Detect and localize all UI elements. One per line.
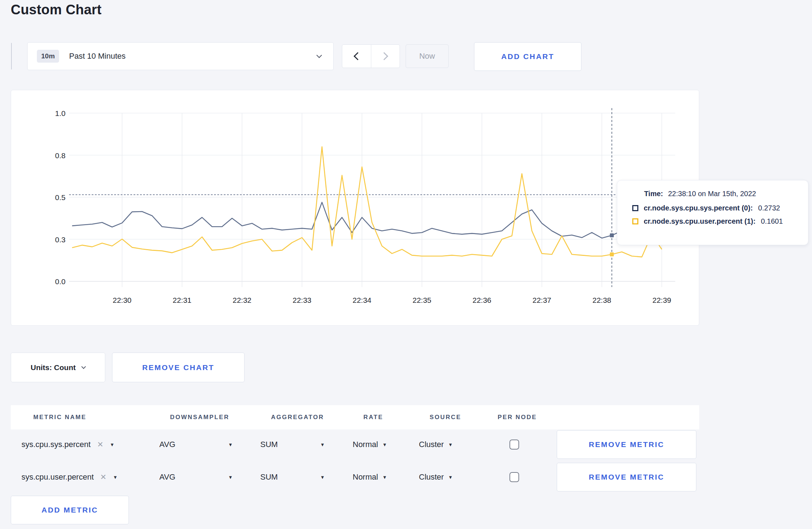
downsampler-value: AVG [159,472,175,482]
y-axis-tick-label: 0.0 [55,277,66,286]
per-node-checkbox[interactable] [509,440,519,450]
series-legend-square-icon [632,205,638,211]
tooltip-series-value: 0.1601 [761,217,783,225]
rate-value: Normal [353,472,378,482]
tooltip-time-label: Time: [644,190,663,198]
metrics-table-header: METRIC NAMEDOWNSAMPLERAGGREGATORRATESOUR… [11,405,699,429]
time-range-label: Past 10 Minutes [69,52,126,61]
remove-chart-button[interactable]: REMOVE CHART [112,353,245,382]
aggregator-value: SUM [260,440,278,449]
caret-down-icon: ▼ [228,475,233,480]
tooltip-series-list: cr.node.sys.cpu.sys.percent (0):0.2732cr… [632,204,801,225]
remove-metric-x-icon[interactable]: ✕ [97,440,103,449]
column-header-rate: RATE [363,405,383,429]
metric-name-label: sys.cpu.user.percent [21,472,94,482]
y-axis-tick-label: 1.0 [55,109,66,117]
x-axis-tick-label: 22:30 [113,296,132,304]
downsampler-select[interactable]: AVG▼ [159,461,233,494]
y-axis-tick-label: 0.3 [55,236,66,244]
column-header-per-node: PER NODE [498,405,537,429]
column-header-metric-name: METRIC NAME [33,405,87,429]
x-axis-tick-label: 22:34 [353,296,372,304]
x-axis-tick-label: 22:36 [473,296,492,304]
x-axis-tick-label: 22:31 [173,296,192,304]
series-line-cr.node.sys.cpu.user.percent [72,147,662,257]
metric-name-select[interactable]: sys.cpu.user.percent✕▼ [21,461,117,494]
chart-tooltip: Time:22:38:10 on Mar 15th, 2022 cr.node.… [617,180,808,245]
add-metric-button[interactable]: ADD METRIC [11,496,129,524]
x-axis-tick-label: 22:38 [593,296,612,304]
chart-card: 0.00.30.50.81.022:3022:3122:3222:3322:34… [11,90,699,326]
caret-down-icon: ▼ [448,475,453,480]
per-node-checkbox[interactable] [509,472,519,482]
source-value: Cluster [419,440,444,449]
caret-down-icon: ▼ [110,442,115,447]
source-select[interactable]: Cluster▼ [419,461,453,494]
tooltip-series-value: 0.2732 [758,204,780,212]
caret-down-icon: ▼ [382,475,387,480]
custom-chart-plot[interactable]: 0.00.30.50.81.022:3022:3122:3222:3322:34… [11,90,700,326]
column-header-source: SOURCE [430,405,461,429]
metric-row: sys.cpu.user.percent✕▼AVG▼SUM▼Normal▼Clu… [0,461,812,494]
x-axis-tick-label: 22:37 [532,296,551,304]
y-axis-tick-label: 0.8 [55,151,66,160]
remove-metric-button[interactable]: REMOVE METRIC [557,463,696,491]
time-range-select[interactable]: 10m Past 10 Minutes [27,42,334,70]
rate-value: Normal [353,440,378,449]
crosshair-dot-cr.node.sys.cpu.sys.percent [610,233,614,237]
metric-name-select[interactable]: sys.cpu.sys.percent✕▼ [21,428,115,461]
caret-down-icon: ▼ [382,442,387,447]
remove-metric-x-icon[interactable]: ✕ [100,473,107,481]
y-axis-tick-label: 0.5 [55,193,66,202]
series-legend-square-icon [632,218,638,224]
caret-down-icon: ▼ [113,475,117,480]
caret-down-icon: ▼ [320,442,325,447]
toolbar-divider [11,43,12,69]
x-axis-tick-label: 22:33 [293,296,311,304]
units-select[interactable]: Units: Count [11,353,105,382]
caret-down-icon: ▼ [320,475,325,480]
aggregator-select[interactable]: SUM▼ [260,428,325,461]
chevron-right-icon [380,52,388,60]
aggregator-value: SUM [260,472,278,482]
caret-down-icon: ▼ [448,442,453,447]
tooltip-series-name: cr.node.sys.cpu.sys.percent (0): [644,204,753,212]
metric-name-label: sys.cpu.sys.percent [21,440,91,449]
page-title: Custom Chart [11,2,102,18]
source-select[interactable]: Cluster▼ [419,428,453,461]
rate-select[interactable]: Normal▼ [353,461,387,494]
chevron-left-icon [353,52,362,60]
crosshair-dot-cr.node.sys.cpu.user.percent [610,252,614,256]
column-header-aggregator: AGGREGATOR [271,405,324,429]
column-header-downsampler: DOWNSAMPLER [170,405,229,429]
tooltip-series-row: cr.node.sys.cpu.sys.percent (0):0.2732 [632,204,801,212]
x-axis-tick-label: 22:39 [652,296,671,304]
x-axis-tick-label: 22:32 [233,296,252,304]
add-chart-button[interactable]: ADD CHART [474,42,581,71]
remove-metric-button[interactable]: REMOVE METRIC [557,430,696,459]
chevron-down-icon [316,53,322,58]
rate-select[interactable]: Normal▼ [353,428,387,461]
aggregator-select[interactable]: SUM▼ [260,461,325,494]
time-forward-button[interactable] [371,45,400,68]
tooltip-time-row: Time:22:38:10 on Mar 15th, 2022 [644,190,801,198]
metric-row: sys.cpu.sys.percent✕▼AVG▼SUM▼Normal▼Clus… [0,428,812,461]
series-line-cr.node.sys.cpu.sys.percent [72,202,662,238]
tooltip-time-value: 22:38:10 on Mar 15th, 2022 [668,190,756,198]
chevron-down-icon [82,364,86,369]
units-label: Units: Count [31,363,76,372]
time-range-badge: 10m [37,50,59,63]
tooltip-series-row: cr.node.sys.cpu.user.percent (1):0.1601 [632,217,801,225]
downsampler-value: AVG [159,440,175,449]
caret-down-icon: ▼ [228,442,233,447]
source-value: Cluster [419,472,444,482]
tooltip-series-name: cr.node.sys.cpu.user.percent (1): [644,217,755,225]
downsampler-select[interactable]: AVG▼ [159,428,233,461]
x-axis-tick-label: 22:35 [412,296,431,304]
time-back-button[interactable] [342,45,371,68]
time-nav-group [342,44,400,68]
now-button[interactable]: Now [406,44,449,68]
